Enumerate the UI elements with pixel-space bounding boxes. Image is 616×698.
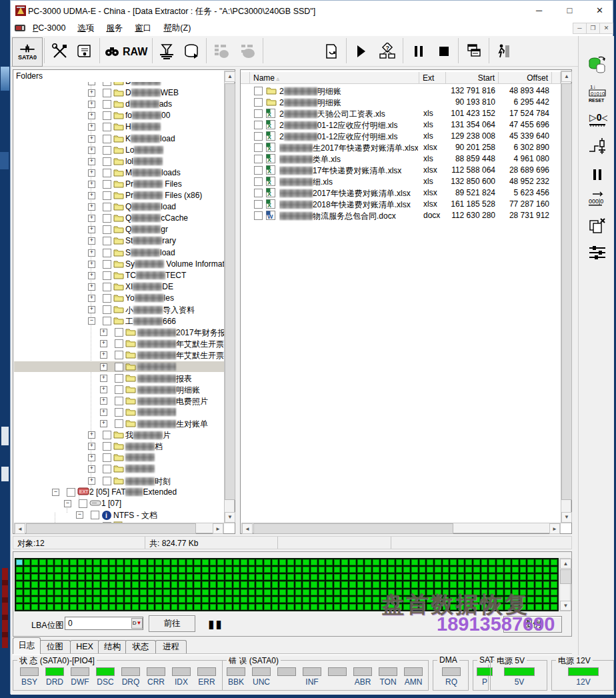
settings-sliders-icon[interactable]: [587, 241, 608, 263]
tree-item[interactable]: +D: [14, 82, 224, 87]
tree-item-checkbox[interactable]: [115, 408, 123, 417]
file-row[interactable]: X类单.xlsxls88 859 4484 961 080: [241, 153, 561, 165]
pause-small-icon[interactable]: [587, 164, 608, 185]
file-row[interactable]: X17年快递费对账清单.xlsxxlsx112 588 06428 689 69…: [241, 165, 561, 176]
tree-item-checkbox[interactable]: [103, 453, 111, 462]
scroll-down-icon[interactable]: ▼: [560, 601, 571, 611]
tab-位图[interactable]: 位图: [39, 640, 71, 654]
file-row[interactable]: X2天驰公司工资表.xlsxls101 423 15217 524 784: [241, 108, 561, 119]
tree-item-checkbox[interactable]: [103, 431, 111, 439]
tree-item[interactable]: +Qload: [14, 201, 224, 213]
expand-icon[interactable]: +: [100, 375, 107, 382]
cascade-windows-icon[interactable]: [461, 37, 487, 65]
start-icon[interactable]: [349, 37, 373, 65]
pause-icon[interactable]: [407, 37, 431, 65]
tree-item[interactable]: +Kload: [14, 133, 224, 145]
minimize-button[interactable]: ─: [524, 1, 554, 21]
tree-item[interactable]: +档: [14, 441, 224, 452]
files-horizontal-scrollbar[interactable]: ◄ ►: [241, 523, 561, 533]
expand-icon[interactable]: +: [88, 123, 95, 131]
stop-icon[interactable]: [432, 37, 456, 65]
expand-icon[interactable]: +: [100, 397, 107, 405]
tree-item-checkbox[interactable]: [103, 157, 111, 166]
tree-item-checkbox[interactable]: [115, 419, 123, 428]
tree-hscroll-thumb[interactable]: [26, 523, 196, 534]
tree-item-checkbox[interactable]: [103, 225, 111, 234]
tree-item-checkbox[interactable]: [103, 135, 111, 143]
tree-vertical-scrollbar[interactable]: ▲ ▼: [224, 71, 235, 523]
file-checkbox[interactable]: [254, 87, 263, 95]
file-row[interactable]: X201-12应收应付明细.xlsxls131 354 06447 455 69…: [241, 119, 561, 131]
close-button[interactable]: ✕: [585, 1, 615, 21]
file-checkbox[interactable]: [254, 177, 263, 186]
data-copy-icon[interactable]: [587, 55, 608, 76]
column-header-offset[interactable]: Offset: [499, 72, 552, 84]
tree-item[interactable]: +2017年财务报表: [14, 327, 224, 338]
tab-状态[interactable]: 状态: [125, 640, 156, 654]
tree-item-checkbox[interactable]: [103, 180, 111, 189]
expand-icon[interactable]: +: [88, 89, 95, 97]
collapse-icon[interactable]: −: [64, 500, 71, 507]
tree-item-checkbox[interactable]: [115, 374, 123, 383]
expand-icon[interactable]: +: [88, 215, 95, 222]
tree-item-checkbox[interactable]: [103, 89, 111, 97]
expand-icon[interactable]: +: [88, 261, 95, 268]
tree-item-checkbox[interactable]: [103, 477, 111, 485]
tree-item-checkbox[interactable]: [115, 385, 123, 394]
exit-task-icon[interactable]: [491, 37, 517, 65]
tree-item[interactable]: +fo00: [14, 110, 224, 121]
tree-item[interactable]: +Mloads: [14, 167, 224, 179]
scroll-left-icon[interactable]: ◄: [15, 523, 25, 534]
tree-item[interactable]: +Pr Files: [14, 179, 224, 190]
file-checkbox[interactable]: [254, 98, 263, 107]
expand-icon[interactable]: +: [88, 283, 95, 291]
collapse-icon[interactable]: −: [76, 511, 83, 519]
tree-item-checkbox[interactable]: [103, 317, 111, 325]
expand-icon[interactable]: +: [88, 237, 95, 245]
expand-icon[interactable]: +: [100, 420, 107, 427]
tree-item[interactable]: +H: [14, 121, 224, 133]
tree-item[interactable]: +Pr Files (x86): [14, 190, 224, 201]
tree-item-checkbox[interactable]: [79, 499, 87, 508]
collapse-icon[interactable]: −: [88, 317, 95, 325]
expand-icon[interactable]: +: [88, 192, 95, 199]
tree-item-checkbox[interactable]: [103, 146, 111, 155]
expand-icon[interactable]: +: [100, 409, 107, 416]
file-checkbox[interactable]: [254, 200, 263, 209]
expand-icon[interactable]: +: [88, 112, 95, 119]
tree-item-checkbox[interactable]: [103, 465, 111, 473]
tree-item-checkbox[interactable]: [103, 123, 111, 131]
file-checkbox[interactable]: [254, 189, 263, 197]
expand-icon[interactable]: +: [88, 295, 95, 302]
tree-item-checkbox[interactable]: [115, 351, 123, 359]
tree-item-checkbox[interactable]: [103, 260, 111, 269]
legend-button[interactable]: 图例: [503, 616, 562, 633]
scroll-right-icon[interactable]: ►: [549, 523, 560, 534]
tree-horizontal-scrollbar[interactable]: ◄ ►: [14, 523, 224, 533]
column-header-start[interactable]: Start: [446, 72, 499, 84]
copy-cancel-icon[interactable]: [587, 216, 608, 237]
tree-item[interactable]: +时刻: [14, 475, 224, 487]
column-header-ext[interactable]: Ext: [419, 72, 446, 84]
expand-icon[interactable]: +: [88, 135, 95, 143]
scroll-up-icon[interactable]: ▲: [560, 559, 571, 569]
menu-item-窗口[interactable]: 窗口: [129, 21, 157, 36]
tree-item[interactable]: −EXT2 [05] FATExtended: [14, 487, 224, 498]
file-row[interactable]: 2明细账132 791 81648 893 448: [241, 85, 561, 97]
bitmap-vscroll-thumb[interactable]: [560, 569, 571, 584]
search-binoculars-icon[interactable]: [102, 37, 122, 65]
tree-item-checkbox[interactable]: [103, 271, 111, 280]
scroll-right-icon[interactable]: ►: [213, 523, 223, 534]
scroll-down-icon[interactable]: ▼: [561, 512, 572, 523]
file-row[interactable]: W物流服务总包合同.docxdocx112 630 28028 731 912: [241, 210, 561, 221]
tree-item[interactable]: +年艾默生开票清单: [14, 349, 224, 361]
tree-item-checkbox[interactable]: [103, 249, 111, 257]
panel-splitter[interactable]: [235, 69, 240, 534]
expand-icon[interactable]: +: [100, 329, 107, 336]
tree-item[interactable]: +Sy Volume Information: [14, 259, 224, 270]
expand-icon[interactable]: +: [88, 272, 95, 279]
go-button[interactable]: 前往: [149, 615, 195, 632]
expand-icon[interactable]: +: [88, 443, 95, 450]
tab-结构[interactable]: 结构: [98, 640, 127, 654]
expand-icon[interactable]: +: [100, 340, 107, 347]
